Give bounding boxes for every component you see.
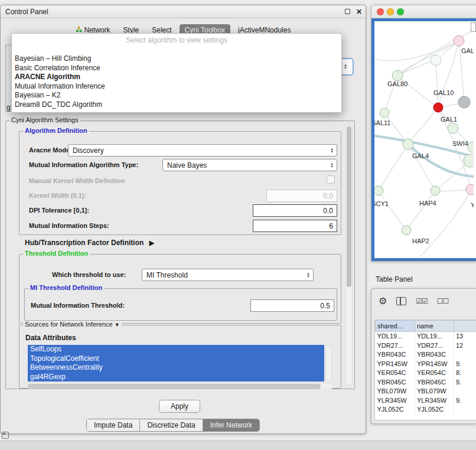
- aracne-mode-value: Discovery: [69, 146, 328, 155]
- network-node[interactable]: [454, 35, 464, 46]
- deselect-all-checkboxes-icon[interactable]: ☐☐: [437, 297, 449, 305]
- close-window-icon[interactable]: ✕: [356, 9, 362, 15]
- manual-kernel-checkbox[interactable]: [327, 175, 335, 184]
- mac-zoom-icon[interactable]: [397, 8, 404, 15]
- network-node[interactable]: [403, 139, 413, 149]
- table-column-header[interactable]: shared...: [376, 321, 415, 332]
- table-cell: YER054C: [415, 369, 454, 378]
- table-row[interactable]: YBL079WYBL079W: [376, 387, 476, 396]
- sources-group-toggle[interactable]: Sources for Network Inference ▼: [23, 321, 122, 328]
- table-row[interactable]: YBR045CYBR045C9.: [376, 378, 476, 387]
- attribute-list-item[interactable]: gal4RGexp: [28, 373, 324, 382]
- network-node[interactable]: [466, 184, 474, 195]
- network-edge: [374, 41, 459, 61]
- restore-window-icon[interactable]: [345, 9, 350, 14]
- network-canvas[interactable]: GALGAL80GAL10GAL11GAL1SWI4GAL4GCY1HAP4YH…: [374, 21, 474, 259]
- table-area: shared...name YDL19...YDL19...13YDR27...…: [374, 319, 476, 420]
- node-table: shared...name YDL19...YDL19...13YDR27...…: [375, 320, 476, 415]
- algorithm-option[interactable]: Basic Correlation Inference: [14, 64, 340, 73]
- mi-threshold-label: Mutual Information Threshold:: [31, 302, 125, 309]
- table-cell: 9.: [454, 360, 476, 369]
- attribute-list-hscrollbar[interactable]: [28, 384, 332, 389]
- network-node[interactable]: [374, 186, 383, 195]
- network-node[interactable]: [448, 123, 458, 133]
- mi-steps-field[interactable]: 6: [253, 220, 337, 232]
- table-column-header[interactable]: [454, 321, 476, 332]
- columns-icon[interactable]: [396, 297, 406, 305]
- kernel-width-field[interactable]: 0.0: [266, 190, 337, 202]
- algorithm-option[interactable]: Mutual Information Inference: [14, 82, 340, 92]
- table-row[interactable]: YJL052CYJL052C: [376, 405, 476, 415]
- network-node[interactable]: [392, 70, 403, 81]
- algorithm-option[interactable]: ARACNE Algorithm: [14, 73, 340, 82]
- table-row[interactable]: YPR145WYPR145W9.: [376, 360, 476, 369]
- attribute-list-hscrollbar-thumb[interactable]: [28, 384, 321, 389]
- attribute-list-scrollbar[interactable]: [325, 345, 332, 381]
- table-toolbar: ⚙ ☑☑ ☐☐: [371, 291, 476, 311]
- algorithm-dropdown-popup: Select algorithm to view settings Bayesi…: [11, 33, 342, 113]
- network-node-label: GAL: [461, 47, 474, 54]
- network-edge: [408, 107, 438, 144]
- network-node-label: GAL10: [433, 89, 454, 96]
- gear-icon[interactable]: ⚙: [379, 296, 387, 306]
- mi-threshold-field[interactable]: 0.5: [250, 299, 334, 312]
- which-threshold-select[interactable]: MI Threshold ▲▼: [142, 269, 314, 281]
- algorithm-option[interactable]: Dream8 DC_TDC Algorithm: [14, 100, 340, 110]
- algorithm-option[interactable]: Bayesian – K2: [14, 91, 340, 100]
- table-row[interactable]: YBR043CYBR043C: [376, 350, 476, 360]
- settings-scrollbar[interactable]: [345, 125, 353, 386]
- network-node[interactable]: [431, 55, 441, 66]
- combo-arrows-icon: ▲▼: [328, 162, 337, 168]
- table-cell: YLR345W: [376, 396, 415, 406]
- tab-discretize-data[interactable]: Discretize Data: [140, 419, 203, 431]
- table-cell: 9.: [454, 378, 476, 387]
- apply-button[interactable]: Apply: [159, 400, 200, 413]
- network-edge: [408, 144, 435, 191]
- table-row[interactable]: YER054CYER054C8.: [376, 369, 476, 378]
- network-node[interactable]: [433, 103, 443, 112]
- attribute-list-item[interactable]: TopologicalCoefficient: [28, 354, 324, 364]
- restore-panel-icon[interactable]: [2, 432, 9, 439]
- algorithm-option[interactable]: Bayesian – Hill Climbing: [14, 54, 340, 64]
- network-node[interactable]: [468, 142, 474, 152]
- group-title: Algorithm Definition: [23, 127, 89, 134]
- table-cell: 9.: [454, 396, 476, 406]
- table-row[interactable]: YLR345WYLR345W9.: [376, 396, 476, 406]
- kernel-width-label: Kernel Width (0,1):: [29, 192, 86, 199]
- select-all-checkboxes-icon[interactable]: ☑☑: [416, 297, 428, 305]
- table-row[interactable]: YDR27...YDR27...12: [376, 341, 476, 351]
- mi-threshold-definition-group: MI Threshold Definition Mutual Informati…: [24, 288, 337, 321]
- settings-scrollbar-thumb[interactable]: [347, 126, 351, 287]
- network-node[interactable]: [464, 154, 474, 167]
- control-panel-window: Control Panel ✕ Network Style Select Cyn…: [0, 5, 366, 434]
- table-cell: YBR043C: [376, 350, 415, 360]
- network-node[interactable]: [458, 96, 470, 108]
- bottom-tab-bar: Impute Data Discretize Data Infer Networ…: [86, 419, 260, 432]
- network-node[interactable]: [380, 108, 389, 118]
- mac-close-icon[interactable]: [377, 8, 384, 15]
- tab-impute-data[interactable]: Impute Data: [87, 419, 140, 431]
- table-cell: [454, 387, 476, 396]
- table-row[interactable]: YDL19...YDL19...13: [376, 332, 476, 341]
- network-node-label: GAL1: [441, 116, 457, 123]
- table-panel-label: Table Panel: [376, 275, 413, 283]
- table-cell: YJL052C: [415, 405, 454, 415]
- tab-infer-network[interactable]: Infer Network: [203, 419, 259, 431]
- attribute-list-item[interactable]: SelfLoops: [28, 345, 324, 354]
- mac-minimize-icon[interactable]: [387, 8, 394, 15]
- mi-type-select[interactable]: Naive Bayes ▲▼: [162, 159, 337, 171]
- manual-kernel-label: Manual Kernel Width Definition: [29, 177, 125, 184]
- bottom-status-strip: [0, 441, 476, 450]
- table-cell: YBR045C: [376, 378, 415, 387]
- table-panel-window: ⚙ ☑☑ ☐☐ shared...name YDL19...YDL19...13…: [371, 288, 476, 424]
- algorithm-list: Bayesian – Hill ClimbingBasic Correlatio…: [14, 54, 340, 109]
- aracne-mode-select[interactable]: Discovery ▲▼: [68, 144, 337, 156]
- network-node[interactable]: [431, 186, 440, 195]
- hub-section-toggle[interactable]: Hub/Transcription Factor Definition ▶: [25, 239, 154, 247]
- network-node[interactable]: [402, 226, 411, 235]
- attribute-list-item[interactable]: BetweennessCentrality: [28, 363, 324, 373]
- dpi-tolerance-field[interactable]: 0.0: [253, 204, 337, 217]
- clipped-label-fragment: g: [6, 103, 11, 112]
- table-column-header[interactable]: name: [415, 321, 454, 332]
- clipped-groupbox-border: [5, 45, 6, 112]
